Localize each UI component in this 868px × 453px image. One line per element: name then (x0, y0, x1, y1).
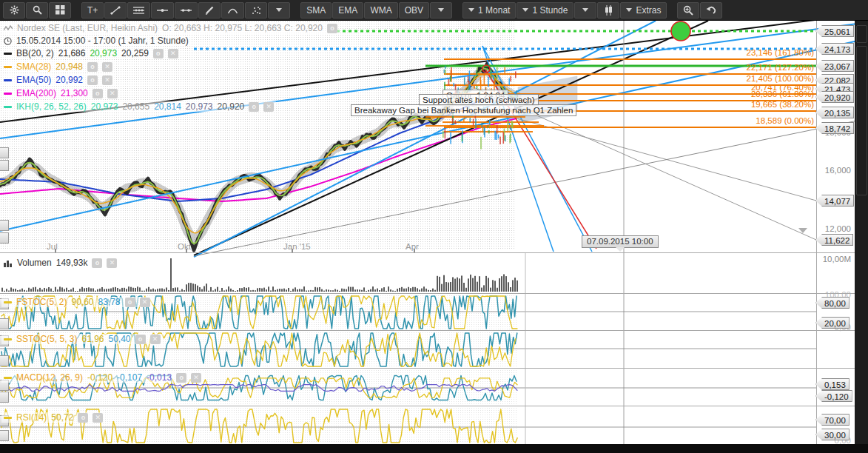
indicator-close-button[interactable]: ✕ (168, 49, 178, 58)
chart-annotation[interactable]: Breakaway Gap bei Banken Hochstufung nac… (351, 104, 576, 116)
legend-swatch (4, 106, 12, 108)
toolbar-button-label: EMA (338, 5, 357, 16)
price-tag-20,920[interactable]: 20,920 (815, 91, 854, 103)
toolbar-button-pattern[interactable] (245, 2, 267, 19)
toolbar-button-caret[interactable] (430, 2, 452, 19)
toolbar-button-label: OBV (405, 5, 423, 16)
toolbar-button-1-stunde[interactable]: 1 Stunde (517, 2, 573, 19)
indicator-tag-70,00[interactable]: 70,00 (815, 414, 850, 426)
toolbar-button-wma[interactable]: WMA (364, 2, 397, 19)
indicator-close-button[interactable]: ✕ (102, 62, 112, 72)
x-axis-label-Okt: Okt (178, 242, 191, 251)
indicator-settings-button[interactable]: o (92, 89, 103, 98)
date-marker-tag[interactable]: 07.09.2015 10:00 (582, 235, 659, 248)
main-toolbar: T+SMAEMAWMAOBV1 Monat1 StundeExtras (0, 0, 868, 21)
toolbar-button-layout[interactable] (49, 2, 71, 19)
toolbar-button-zoom-in[interactable] (677, 2, 699, 19)
price-tag-23,067[interactable]: 23,067 (815, 60, 854, 72)
chevron-down-icon (522, 8, 528, 12)
indicator-tag-0,153[interactable]: 0,153 (815, 378, 850, 390)
indicator-value: 20,973 (91, 101, 118, 112)
price-tag-24,173[interactable]: 24,173 (815, 43, 854, 55)
toolbar-button-candles[interactable] (597, 2, 619, 19)
indicator-settings-button[interactable]: o (87, 76, 98, 85)
legend-swatch (4, 93, 12, 95)
price-tag-20,135[interactable]: 20,135 (815, 107, 854, 118)
indicator-close-button[interactable]: ✕ (263, 102, 274, 112)
indicator-close-button[interactable]: ✕ (191, 373, 201, 383)
toolbar-button-ema[interactable]: EMA (332, 2, 363, 19)
legend-swatch (4, 53, 12, 55)
indicator-value: 20,992 (55, 75, 83, 85)
indicator-settings-button[interactable]: o (92, 258, 102, 268)
indicator-settings-button[interactable]: o (153, 49, 164, 58)
collapsed-side-panel[interactable] (855, 21, 868, 453)
indicator-settings-button[interactable]: o (249, 102, 259, 112)
indicator-value: 20,814 (154, 101, 181, 112)
indicator-close-button[interactable]: ✕ (140, 298, 150, 307)
legend-row-macd: MACD(12, 26, 9)-0,120-0,107-0,013o✕ (1, 372, 203, 383)
price-tag-14,077[interactable]: 14,077 (815, 195, 854, 207)
indicator-settings-button[interactable]: o (78, 413, 88, 423)
toolbar-group-indicators: SMAEMAWMAOBV (300, 2, 452, 19)
indicator-tag-20,00[interactable]: 20,00 (815, 317, 850, 329)
axis-tick-16,000: 16,000 (813, 166, 851, 175)
indicator-settings-button[interactable]: o (125, 298, 135, 307)
toolbar-group-drawing: T+ (81, 2, 290, 19)
indicator-close-button[interactable]: ✕ (107, 89, 118, 98)
indicator-close-button[interactable]: ✕ (107, 258, 117, 268)
legend-row-ema: EMA(200)21,300o✕ (1, 88, 120, 98)
indicator-value: 21,300 (61, 88, 88, 98)
toolbar-button-fibonacci[interactable] (127, 2, 150, 19)
toolbar-button-label: 1 Stunde (532, 5, 568, 16)
indicator-settings-button[interactable]: o (135, 335, 146, 344)
toolbar-button-arc[interactable] (221, 2, 244, 19)
volume-panel[interactable] (0, 253, 868, 293)
toolbar-button-label: WMA (370, 5, 391, 16)
toolbar-button-obv[interactable]: OBV (399, 2, 429, 19)
indicator-settings-button[interactable]: o (176, 373, 186, 383)
price-tag-11,622[interactable]: 11,622 (815, 234, 853, 246)
indicator-tag-80,00[interactable]: 80,00 (815, 297, 850, 309)
indicator-value: 149,93k (56, 258, 88, 268)
indicator-settings-button[interactable]: o (87, 62, 98, 72)
legend-settings-button[interactable]: o (327, 24, 337, 33)
indicator-close-button[interactable]: ✕ (92, 413, 103, 423)
toolbar-button-t+[interactable]: T+ (81, 2, 104, 19)
legend-swatch (4, 79, 12, 81)
indicator-tag--0,120[interactable]: -0,120 (815, 390, 852, 402)
legend-row-ema: EMA(50)20,992o✕ (1, 75, 115, 85)
indicator-close-button[interactable]: ✕ (150, 335, 161, 344)
toolbar-button-1-monat[interactable]: 1 Monat (462, 2, 516, 19)
undo-icon (706, 6, 716, 15)
toolbar-button-extras[interactable]: Extras (620, 2, 667, 19)
toolbar-button-hline[interactable] (151, 2, 174, 19)
toolbar-button-gear[interactable] (3, 2, 25, 19)
left-edge-tag (0, 147, 9, 158)
side-panel-slot[interactable] (856, 25, 867, 43)
toolbar-button-sma[interactable]: SMA (300, 2, 332, 19)
legend-swatch (4, 66, 12, 68)
side-panel-slot[interactable] (856, 46, 867, 195)
toolbar-button-search[interactable] (26, 2, 48, 19)
indicator-value: 20,920 (218, 101, 245, 112)
toolbar-button-trendline[interactable] (104, 2, 127, 19)
toolbar-button-caret[interactable] (574, 2, 596, 19)
search-icon (33, 5, 42, 15)
price-tag-18,742[interactable]: 18,742 (815, 122, 854, 134)
indicator-tag-30,00[interactable]: 30,00 (815, 429, 850, 440)
left-edge-tag (0, 392, 9, 403)
legend-row-sstoc: SSTOC(5, 5, 3)61,9650,40o✕ (1, 334, 163, 344)
indicator-name: FSTOC(5, 2) (16, 297, 67, 307)
toolbar-button-caret[interactable] (268, 2, 290, 19)
price-tag-25,061[interactable]: 25,061 (815, 25, 854, 37)
left-edge-tag (0, 160, 9, 171)
toolbar-button-pencil[interactable] (198, 2, 221, 19)
arc-icon (227, 7, 238, 14)
indicator-value: 20,948 (55, 61, 83, 72)
indicator-close-button[interactable]: ✕ (102, 76, 112, 85)
toolbar-button-undo[interactable] (700, 2, 722, 19)
toolbar-button-hray[interactable] (175, 2, 198, 19)
indicator-value: 61,96 (81, 334, 104, 344)
legend-row-ikh: IKH(9, 26, 52, 26)20,97320,65520,81420,9… (1, 101, 276, 112)
